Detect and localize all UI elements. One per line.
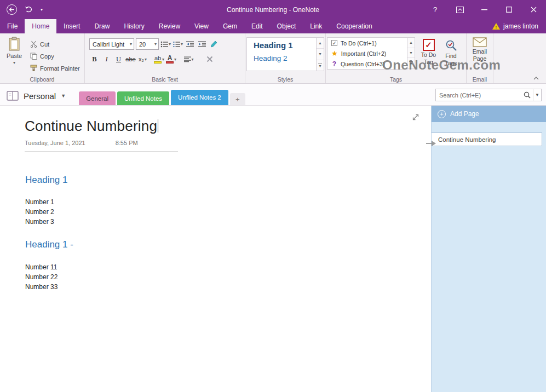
font-name-combo[interactable]: Calibri Light ▾ [89,38,134,50]
chevron-down-icon: ▾ [154,42,157,47]
quick-access-toolbar: ▾ [0,4,43,15]
onenote-window: ▾ Continue Numbering - OneNote ? File [0,0,546,392]
page-title-block: Continue Numbering Tuesday, June 1, 2021… [25,118,178,152]
bullets-button[interactable]: ▾ [160,39,171,50]
styles-scroll-up-button[interactable]: ▲ [317,38,324,49]
format-painter-icon [30,65,37,72]
tab-link[interactable]: Link [303,19,329,33]
outdent-icon [186,41,194,48]
copy-button[interactable]: Copy [27,50,83,62]
watermark: OneNoteGem.com [382,57,501,73]
customize-qat-button[interactable]: ▾ [41,7,43,12]
notebook-switcher[interactable]: Personal ▼ [0,91,71,105]
numbering-button[interactable]: ▾ [173,39,183,50]
font-size-combo[interactable]: 20 ▾ [136,38,159,50]
chevron-down-icon: ▾ [145,57,147,62]
tab-review[interactable]: Review [152,19,187,33]
back-button[interactable] [7,4,17,15]
insert-page-arrow-icon[interactable] [426,139,436,148]
page-date[interactable]: Tuesday, June 1, 2021 [25,140,85,146]
paste-button[interactable]: Paste ▾ [1,35,27,75]
page-canvas[interactable]: Continue Numbering Tuesday, June 1, 2021… [0,106,431,392]
section-tab-general[interactable]: General [79,91,116,105]
tab-edit[interactable]: Edit [244,19,270,33]
tab-gem[interactable]: Gem [216,19,244,33]
subscript-button[interactable]: x₂ ▾ [137,54,148,65]
plus-circle-icon: + [438,110,446,118]
paragraph-alignment-button[interactable]: ▾ [183,54,194,65]
clipboard-group: Paste ▾ Cut Copy [0,33,85,83]
undo-button[interactable] [25,6,33,13]
search-box: ▼ [435,89,542,101]
increase-indent-button[interactable] [197,39,207,50]
text-line[interactable]: Number 1 [25,197,431,207]
decrease-indent-button[interactable] [185,39,195,50]
styles-group: Heading 1 Heading 2 ▲ ▼ ▼ Styles [245,33,326,83]
notebook-icon [7,91,19,101]
bold-button[interactable]: B [89,54,100,65]
tags-scroll-down-button[interactable]: ▼ [407,48,415,59]
search-input[interactable] [436,92,521,99]
underline-button[interactable]: U [113,54,124,65]
tab-object[interactable]: Object [270,19,303,33]
highlight-color-swatch [154,61,162,64]
text-line[interactable]: Number 2 [25,207,431,217]
indent-icon [198,41,206,48]
chevron-down-icon: ▾ [41,7,43,12]
tab-view[interactable]: View [187,19,216,33]
close-button[interactable] [521,0,546,19]
collapse-ribbon-button[interactable] [532,74,541,82]
search-scope-dropdown[interactable]: ▼ [533,89,541,101]
chevron-down-icon: ▾ [174,57,176,62]
style-heading1[interactable]: Heading 1 [247,38,316,51]
tab-draw[interactable]: Draw [87,19,117,33]
tab-history[interactable]: History [117,19,151,33]
envelope-icon [473,37,487,48]
tag-todo[interactable]: ✓ To Do (Ctrl+1) [327,38,407,48]
user-name: james linton [503,22,538,30]
page-pane: + Add Page Continue Numbering [431,106,546,392]
heading-block[interactable]: Heading 1 [25,175,431,186]
section-tab-unfiled-notes[interactable]: Unfiled Notes [117,91,169,105]
red-check-icon: ✓ [423,39,435,51]
text-line[interactable]: Number 11 [25,262,431,272]
page-title-input[interactable]: Continue Numbering [25,118,157,134]
cut-button[interactable]: Cut [27,38,83,50]
font-color-button[interactable]: A ▾ [166,54,176,65]
full-page-view-button[interactable] [411,113,420,122]
add-page-button[interactable]: + Add Page [432,106,546,122]
minimize-button[interactable] [472,0,497,19]
highlight-button[interactable]: ab ▾ [154,54,164,65]
minimize-icon [481,9,487,10]
add-section-button[interactable]: + [230,93,245,105]
strikethrough-button[interactable]: abe [125,54,136,65]
tab-insert[interactable]: Insert [56,19,87,33]
tab-cooperation[interactable]: Cooperation [329,19,379,33]
warning-icon: ! [492,23,500,30]
ribbon-display-options-button[interactable] [447,0,472,19]
page-time[interactable]: 8:55 PM [116,140,138,146]
page-list-item[interactable]: Continue Numbering [432,132,542,146]
section-tab-unfiled-notes-2[interactable]: Unfiled Notes 2 [171,90,228,105]
maximize-button[interactable] [497,0,521,19]
search-button[interactable] [521,89,533,101]
format-painter-button[interactable]: Format Painter [27,62,83,74]
text-line[interactable]: Number 3 [25,217,431,227]
italic-button[interactable]: I [101,54,112,65]
clipboard-icon [8,37,21,51]
tab-home[interactable]: Home [25,19,56,33]
pen-button[interactable] [209,39,219,50]
notebook-bar: Personal ▼ General Unfiled Notes Unfiled… [0,84,546,106]
tab-file[interactable]: File [0,19,25,33]
help-button[interactable]: ? [423,0,447,19]
heading-block[interactable]: Heading 1 - [25,239,431,250]
text-line[interactable]: Number 22 [25,272,431,282]
todo-checkbox-icon: ✓ [331,40,337,46]
style-heading2[interactable]: Heading 2 [247,51,316,66]
tags-scroll-up-button[interactable]: ▲ [407,38,415,48]
styles-more-button[interactable]: ▼ [317,60,324,71]
account-button[interactable]: ! james linton [492,19,546,33]
styles-scroll-down-button[interactable]: ▼ [317,49,324,60]
clear-formatting-button[interactable] [204,54,215,65]
text-line[interactable]: Number 33 [25,282,431,292]
